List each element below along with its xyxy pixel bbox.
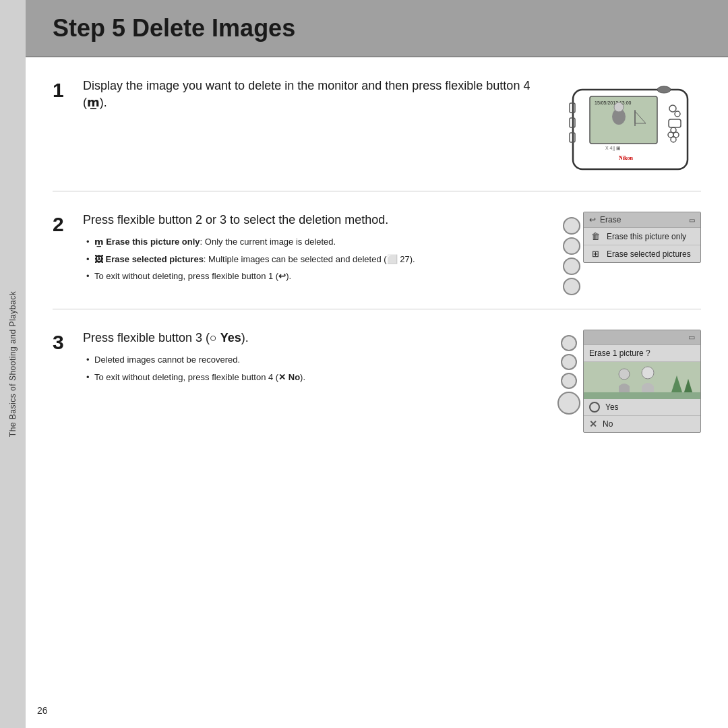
step-2-number: 2 bbox=[53, 213, 83, 236]
svg-point-19 bbox=[657, 86, 671, 93]
button-strip-2 bbox=[563, 217, 580, 295]
erase-label: Erase bbox=[600, 215, 621, 224]
erase-menu-item-1: 🗑 Erase this picture only bbox=[584, 228, 700, 245]
svg-point-21 bbox=[619, 369, 630, 380]
step-1-image: 15/05/2013 13:00 X bbox=[553, 78, 701, 177]
step-3-number: 3 bbox=[53, 331, 83, 354]
page-title: Step 5 Delete Images bbox=[53, 14, 295, 42]
step-1-row: 1 Display the image you want to delete i… bbox=[53, 78, 701, 191]
step-3-row: 3 Press flexible button 3 (○ Yes). Delet… bbox=[53, 330, 701, 446]
step-2-body: m̲ Erase this picture only: Only the cur… bbox=[83, 235, 539, 283]
btn-1 bbox=[563, 217, 580, 235]
svg-point-15 bbox=[671, 127, 676, 133]
no-x-icon: ✕ bbox=[589, 419, 597, 429]
confirm-image-svg bbox=[584, 362, 700, 399]
step-1-heading: Display the image you want to delete in … bbox=[83, 78, 539, 111]
confirm-screen: ▭ Erase 1 picture ? bbox=[583, 330, 701, 433]
step-2-bullet-1: m̲ Erase this picture only: Only the cur… bbox=[86, 235, 539, 249]
step-3-heading: Press flexible button 3 (○ Yes). bbox=[83, 330, 539, 346]
step-1-content: Display the image you want to delete in … bbox=[83, 78, 553, 118]
svg-point-16 bbox=[671, 137, 676, 142]
button-strip-3 bbox=[557, 335, 580, 415]
step-3-content: Press flexible button 3 (○ Yes). Deleted… bbox=[83, 330, 553, 388]
step-3-body: Deleted images cannot be recovered. To e… bbox=[83, 353, 539, 384]
erase-picture-label: Erase this picture only bbox=[607, 232, 686, 241]
svg-point-22 bbox=[642, 367, 654, 379]
step-3-illustration: ▭ Erase 1 picture ? bbox=[557, 330, 701, 433]
btn-s2 bbox=[561, 354, 577, 370]
confirm-top-bar: ▭ bbox=[584, 330, 700, 345]
step-3-bullet-2: To exit without deleting, press flexible… bbox=[86, 371, 539, 384]
svg-text:Nikon: Nikon bbox=[619, 155, 633, 161]
sidebar: The Basics of Shooting and Playback bbox=[0, 0, 26, 728]
step-2-content: Press flexible button 2 or 3 to select t… bbox=[83, 212, 553, 287]
battery-icon: ▭ bbox=[689, 216, 695, 224]
erase-picture-icon: 🗑 bbox=[589, 231, 601, 241]
erase-menu-topbar: ↩ Erase ▭ bbox=[584, 212, 700, 228]
step-2-row: 2 Press flexible button 2 or 3 to select… bbox=[53, 212, 701, 309]
btn-2 bbox=[563, 237, 580, 255]
step-2-heading: Press flexible button 2 or 3 to select t… bbox=[83, 212, 539, 229]
no-label: No bbox=[603, 419, 613, 429]
svg-point-4 bbox=[614, 102, 624, 112]
step-2-illustration: ↩ Erase ▭ 🗑 Erase this picture only ⊞ Er… bbox=[563, 212, 701, 295]
step-2-bullet-3: To exit without deleting, press flexible… bbox=[86, 270, 539, 283]
step-2-image: ↩ Erase ▭ 🗑 Erase this picture only ⊞ Er… bbox=[553, 212, 701, 295]
erase-menu-item-2: ⊞ Erase selected pictures bbox=[584, 245, 700, 262]
erase-selected-label: Erase selected pictures bbox=[607, 249, 691, 259]
confirm-question: Erase 1 picture ? bbox=[584, 345, 700, 362]
step-3-bullet-1: Deleted images cannot be recovered. bbox=[86, 353, 539, 367]
back-icon: ↩ bbox=[589, 215, 596, 224]
svg-rect-12 bbox=[669, 119, 681, 127]
step-1-number: 1 bbox=[53, 79, 83, 102]
btn-s4-large bbox=[557, 392, 580, 415]
btn-4 bbox=[563, 278, 580, 295]
svg-text:X    4||  ▣: X 4|| ▣ bbox=[605, 146, 621, 151]
btn-3 bbox=[563, 257, 580, 275]
btn-s3 bbox=[561, 373, 577, 389]
header-banner: Step 5 Delete Images bbox=[26, 0, 728, 57]
sidebar-label: The Basics of Shooting and Playback bbox=[8, 291, 18, 437]
yes-label: Yes bbox=[605, 402, 619, 412]
yes-circle-icon bbox=[589, 402, 600, 413]
erase-selected-icon: ⊞ bbox=[589, 249, 601, 259]
camera-illustration: 15/05/2013 13:00 X bbox=[566, 78, 701, 177]
erase-menu-screen: ↩ Erase ▭ 🗑 Erase this picture only ⊞ Er… bbox=[583, 212, 701, 263]
svg-rect-25 bbox=[584, 392, 700, 399]
confirm-yes-row: Yes bbox=[584, 399, 700, 416]
step-2-bullet-2: 🖼 Erase selected pictures: Multiple imag… bbox=[86, 253, 539, 266]
confirm-no-row: ✕ No bbox=[584, 416, 700, 432]
btn-s1 bbox=[561, 335, 577, 351]
page-number: 26 bbox=[37, 705, 48, 716]
step-3-image: ▭ Erase 1 picture ? bbox=[553, 330, 701, 433]
confirm-image-area bbox=[584, 362, 700, 399]
main-content: 1 Display the image you want to delete i… bbox=[26, 57, 728, 728]
svg-point-11 bbox=[675, 111, 680, 117]
svg-point-10 bbox=[669, 105, 676, 112]
svg-text:15/05/2013  13:00: 15/05/2013 13:00 bbox=[595, 100, 632, 105]
